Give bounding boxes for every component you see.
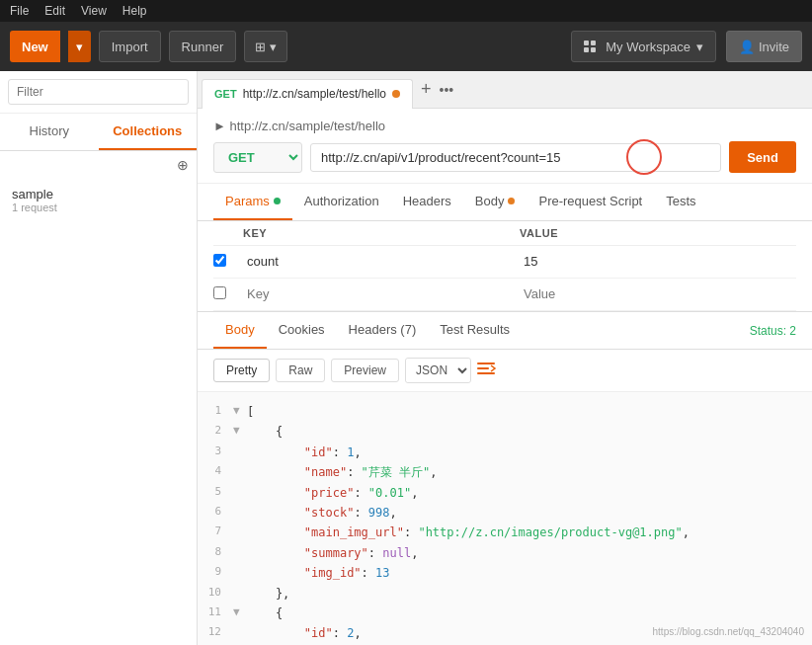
collection-name: sample (12, 187, 185, 202)
add-tab-button[interactable]: + (415, 79, 438, 100)
filter-input[interactable] (8, 79, 189, 105)
param-tab-params[interactable]: Params (213, 184, 292, 220)
code-line-3: 3 "id": 1, (205, 443, 804, 462)
new-collection-button[interactable]: ⊕ (177, 157, 189, 173)
svg-rect-2 (477, 372, 495, 374)
key-header: KEY (243, 227, 520, 239)
code-line-11: 11 ▼ { (205, 604, 804, 623)
workspace-chevron: ▾ (696, 40, 703, 54)
send-button[interactable]: Send (729, 141, 796, 173)
wrap-icon (477, 361, 497, 376)
sidebar-tab-collections[interactable]: Collections (99, 114, 198, 150)
response-tab-headers[interactable]: Headers (7) (337, 312, 429, 349)
params-table: KEY VALUE (198, 221, 812, 311)
more-tabs-button[interactable]: ••• (440, 82, 454, 98)
param-check-0[interactable] (213, 254, 243, 270)
format-select[interactable]: JSON XML HTML (406, 359, 470, 382)
preview-button[interactable]: Preview (331, 359, 399, 382)
sidebar-tabs: History Collections (0, 114, 197, 151)
menu-bar: File Edit View Help (0, 0, 812, 22)
runner-button[interactable]: Runner (169, 31, 237, 62)
workspace-label: My Workspace (606, 40, 690, 54)
watermark: https://blog.csdn.net/qq_43204040 (653, 626, 804, 637)
params-header: KEY VALUE (213, 221, 796, 246)
request-tabs-bar: GET http://z.cn/sample/test/hello + ••• (198, 71, 812, 109)
code-line-5: 5 "price": "0.01", (205, 483, 804, 503)
status-text: Status: 2 (750, 324, 796, 338)
format-select-wrap: JSON XML HTML (405, 358, 471, 383)
params-dot (274, 198, 281, 204)
url-bar: GET POST PUT DELETE Send (213, 141, 796, 173)
request-area: GET http://z.cn/sample/test/hello + ••• … (198, 71, 812, 645)
url-input-wrap (310, 143, 721, 172)
response-tab-cookies[interactable]: Cookies (267, 312, 337, 349)
new-button[interactable]: New (10, 31, 60, 62)
param-check-1[interactable] (213, 286, 243, 302)
grid-icon (584, 40, 596, 52)
value-header: VALUE (520, 227, 796, 239)
sidebar-actions: ⊕ (0, 151, 197, 179)
filter-section (0, 71, 197, 114)
param-key-0[interactable] (243, 251, 520, 273)
response-tab-test-results[interactable]: Test Results (428, 312, 522, 349)
tab-url: http://z.cn/sample/test/hello (243, 87, 386, 101)
code-line-1: 1 ▼ [ (205, 402, 804, 422)
param-tab-tests[interactable]: Tests (654, 184, 707, 220)
collection-sub: 1 request (12, 202, 185, 213)
menu-edit[interactable]: Edit (44, 4, 65, 18)
param-row-0 (213, 246, 796, 279)
raw-button[interactable]: Raw (276, 359, 325, 382)
code-line-10: 10 }, (205, 584, 804, 604)
breadcrumb: ► http://z.cn/sample/test/hello (213, 119, 796, 133)
topbar-right: My Workspace ▾ 👤 Invite (571, 31, 802, 62)
param-row-1 (213, 279, 796, 311)
code-block: 1 ▼ [ 2 ▼ { 3 "id": 1, 4 (198, 392, 812, 645)
menu-view[interactable]: View (81, 4, 107, 18)
param-value-0[interactable] (520, 251, 796, 273)
sidebar: History Collections ⊕ sample 1 request (0, 71, 198, 645)
unsaved-dot (392, 90, 400, 98)
new-dropdown-button[interactable]: ▾ (68, 31, 91, 62)
response-toolbar: Pretty Raw Preview JSON XML HTML (198, 350, 812, 392)
pretty-button[interactable]: Pretty (213, 359, 270, 382)
code-line-4: 4 "name": "芹菜 半斤", (205, 462, 804, 482)
method-select[interactable]: GET POST PUT DELETE (213, 142, 302, 173)
param-tab-headers[interactable]: Headers (391, 184, 463, 220)
tab-method: GET (214, 88, 237, 100)
topbar: New ▾ Import Runner ⊞ ▾ My Workspace ▾ 👤… (0, 22, 812, 71)
collection-item[interactable]: sample 1 request (0, 179, 197, 221)
param-value-1[interactable] (520, 283, 796, 305)
request-tab[interactable]: GET http://z.cn/sample/test/hello (202, 79, 413, 109)
code-line-9: 9 "img_id": 13 (205, 563, 804, 583)
param-tab-body[interactable]: Body (463, 184, 528, 220)
wrap-button[interactable] (477, 361, 497, 380)
response-tab-body[interactable]: Body (213, 312, 267, 349)
body-dot (508, 198, 515, 204)
invite-button[interactable]: 👤 Invite (726, 31, 802, 62)
response-tabs-bar: Body Cookies Headers (7) Test Results St… (198, 312, 812, 350)
check-header (213, 227, 243, 239)
person-icon: 👤 (739, 40, 755, 54)
sidebar-tab-history[interactable]: History (0, 114, 99, 150)
code-line-2: 2 ▼ { (205, 422, 804, 442)
code-line-8: 8 "summary": null, (205, 543, 804, 563)
param-tab-prerequest[interactable]: Pre-request Script (527, 184, 654, 220)
menu-file[interactable]: File (10, 4, 29, 18)
url-section: ► http://z.cn/sample/test/hello GET POST… (198, 109, 812, 184)
main-layout: History Collections ⊕ sample 1 request G… (0, 71, 812, 645)
param-key-1[interactable] (243, 283, 520, 305)
extra-button[interactable]: ⊞ ▾ (244, 31, 287, 62)
param-tab-authorization[interactable]: Authorization (292, 184, 391, 220)
workspace-button[interactable]: My Workspace ▾ (571, 31, 716, 62)
svg-rect-1 (477, 367, 489, 369)
menu-help[interactable]: Help (122, 4, 147, 18)
code-line-6: 6 "stock": 998, (205, 503, 804, 523)
url-input[interactable] (310, 143, 721, 172)
response-section: Body Cookies Headers (7) Test Results St… (198, 311, 812, 645)
import-button[interactable]: Import (99, 31, 161, 62)
svg-rect-0 (477, 363, 495, 364)
param-tabs: Params Authorization Headers Body Pre-re… (198, 184, 812, 221)
code-line-7: 7 "main_img_url": "http://z.cn/images/pr… (205, 523, 804, 542)
